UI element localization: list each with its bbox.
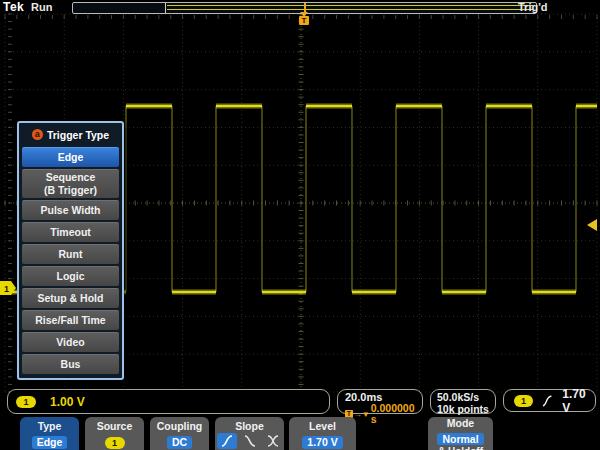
channel1-vertical-scale: 1.00 V — [50, 395, 85, 409]
type-button[interactable]: Type Edge — [20, 417, 79, 450]
trigger-type-menu-title: Trigger Type — [47, 129, 109, 141]
type-button-value: Edge — [32, 436, 68, 449]
trigger-type-menu-header: a Trigger Type — [22, 124, 119, 145]
channel1-badge: 1 — [16, 396, 36, 408]
trigger-type-menu: a Trigger Type Edge Sequence (B Trigger)… — [17, 121, 124, 380]
menu-item-sequence[interactable]: Sequence (B Trigger) — [22, 169, 119, 198]
acquisition-readout[interactable]: 50.0kS/s 10k points — [430, 389, 496, 414]
acquisition-status: Run — [31, 1, 52, 13]
record-waveform-high-line — [167, 5, 533, 6]
slope-either-icon[interactable] — [263, 433, 283, 449]
channel1-marker-label: 1 — [4, 284, 9, 294]
level-button-label: Level — [289, 420, 356, 432]
trigger-position-t-icon[interactable]: T — [299, 16, 309, 25]
trigger-status: Trig'd — [518, 1, 548, 13]
sample-rate: 50.0kS/s — [437, 391, 495, 403]
type-button-label: Type — [20, 420, 79, 432]
source-channel-badge: 1 — [105, 437, 125, 449]
mode-button[interactable]: Mode Normal & Holdoff — [428, 417, 493, 450]
source-button[interactable]: Source 1 — [85, 417, 144, 450]
trigger-readout[interactable]: 1 1.70 V — [503, 389, 596, 412]
record-waveform-low-line — [167, 9, 533, 10]
channel1-readout[interactable]: 1 1.00 V — [7, 389, 330, 414]
trigger-arrows-icon: →▼ — [354, 409, 370, 420]
menu-item-pulse-width[interactable]: Pulse Width — [22, 200, 119, 220]
menu-item-bus[interactable]: Bus — [22, 354, 119, 374]
coupling-button[interactable]: Coupling DC — [150, 417, 209, 450]
menu-item-rise-fall-time[interactable]: Rise/Fall Time — [22, 310, 119, 330]
trigger-slope-rising-icon — [542, 394, 553, 408]
trigger-source-badge: 1 — [514, 395, 533, 407]
slope-rising-icon[interactable] — [217, 433, 237, 449]
level-button-value: 1.70 V — [302, 436, 342, 449]
level-button[interactable]: Level 1.70 V — [289, 417, 356, 450]
coupling-button-label: Coupling — [150, 420, 209, 432]
trigger-position-readout: T →▼ 0.000000 s — [345, 403, 422, 425]
menu-item-runt[interactable]: Runt — [22, 244, 119, 264]
source-button-label: Source — [85, 420, 144, 432]
menu-item-edge[interactable]: Edge — [22, 147, 119, 167]
horizontal-readout[interactable]: 20.0ms T →▼ 0.000000 s — [337, 389, 423, 414]
menu-item-timeout[interactable]: Timeout — [22, 222, 119, 242]
trigger-level-arrow-icon[interactable] — [587, 219, 597, 231]
coupling-button-value: DC — [167, 436, 192, 449]
tek-logo: Tek — [3, 0, 24, 14]
menu-item-video[interactable]: Video — [22, 332, 119, 352]
menu-item-logic[interactable]: Logic — [22, 266, 119, 286]
top-status-bar: Tek Run T Trig'd — [0, 0, 600, 14]
record-view-bracket — [165, 3, 166, 13]
multipurpose-knob-a-icon: a — [32, 129, 43, 140]
menu-item-setup-hold[interactable]: Setup & Hold — [22, 288, 119, 308]
slope-button[interactable]: Slope — [215, 417, 284, 450]
record-length: 10k points — [437, 403, 495, 415]
trigger-level-value: 1.70 V — [562, 387, 595, 415]
trigger-position-value: 0.000000 s — [371, 403, 422, 425]
slope-button-label: Slope — [215, 420, 284, 432]
slope-falling-icon[interactable] — [240, 433, 260, 449]
mode-button-label: Mode — [428, 418, 493, 429]
mode-button-value: Normal — [437, 433, 483, 445]
